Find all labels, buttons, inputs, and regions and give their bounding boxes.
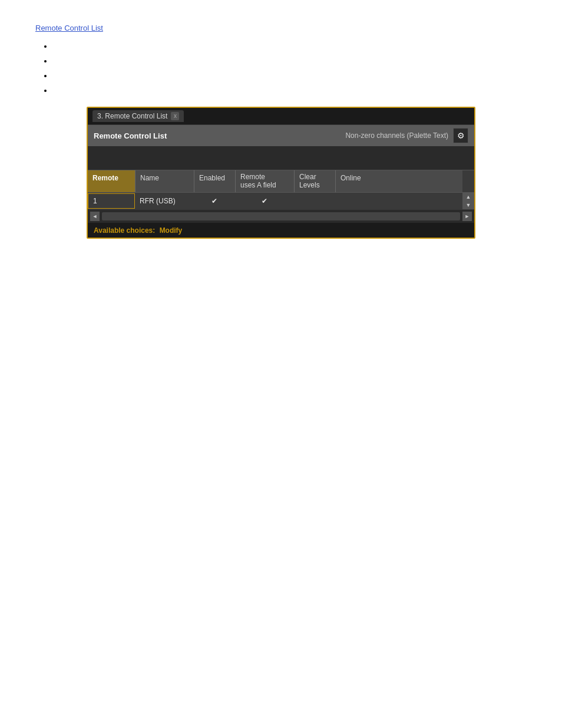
col-header-name: Name: [135, 170, 194, 192]
hscroll-right-button[interactable]: ►: [462, 212, 472, 221]
page-content: Remote Control List 3. Remote Control Li…: [0, 0, 562, 262]
cell-remote-uses-a: ✔: [235, 194, 294, 208]
horizontal-scrollbar: ◄ ►: [88, 210, 474, 223]
panel-spacer: [88, 146, 474, 170]
palette-text: Non-zero channels (Palette Text): [345, 131, 448, 140]
col-header-enabled: Enabled: [194, 170, 235, 192]
scroll-down-button[interactable]: ▼: [462, 201, 474, 209]
panel-header: Remote Control List Non-zero channels (P…: [88, 125, 474, 146]
col-header-remote: Remote: [88, 170, 135, 192]
available-choices-label: Available choices:: [94, 226, 155, 235]
page-link[interactable]: Remote Control List: [35, 24, 103, 32]
hscroll-left-button[interactable]: ◄: [90, 212, 100, 221]
bullet-item-3: [53, 71, 527, 80]
col-header-online: Online: [335, 170, 376, 192]
scroll-up-button[interactable]: ▲: [462, 193, 474, 201]
available-choices-action: Modify: [160, 226, 183, 235]
bullet-item-4: [53, 86, 527, 95]
panel-titlebar: 3. Remote Control List x: [88, 108, 474, 125]
table-header-row: Remote Name Enabled Remoteuses A field C…: [88, 170, 474, 193]
panel-title-tab: 3. Remote Control List x: [92, 110, 184, 122]
bullet-list: [35, 42, 527, 95]
panel-header-right: Non-zero channels (Palette Text) ⚙: [345, 128, 468, 143]
cell-remote: 1: [88, 193, 135, 209]
cell-enabled: ✔: [194, 194, 235, 208]
hscroll-track[interactable]: [102, 212, 460, 220]
remote-control-list-panel: 3. Remote Control List x Remote Control …: [87, 107, 475, 239]
tab-close-button[interactable]: x: [171, 112, 179, 120]
bullet-item-1: [53, 42, 527, 51]
col-header-remote-uses: Remoteuses A field: [235, 170, 294, 192]
col-header-clear: ClearLevels: [294, 170, 335, 192]
panel-tab-title: 3. Remote Control List: [97, 112, 167, 120]
col-header-scroll-btns: [462, 170, 474, 192]
table-row[interactable]: 1 RFR (USB) ✔ ✔ ▲ ▼: [88, 193, 474, 210]
available-choices-text: Available choices: Modify: [94, 226, 182, 235]
cell-name: RFR (USB): [135, 194, 194, 208]
panel-header-title: Remote Control List: [94, 131, 167, 140]
table-container: Remote Name Enabled Remoteuses A field C…: [88, 170, 474, 223]
cell-online: [335, 198, 376, 204]
bullet-item-2: [53, 57, 527, 65]
panel-footer: Available choices: Modify: [88, 223, 474, 238]
scroll-buttons-col: ▲ ▼: [462, 193, 474, 209]
gear-button[interactable]: ⚙: [453, 128, 468, 143]
col-header-spacer: [376, 170, 462, 192]
cell-clear-levels: [294, 198, 335, 204]
